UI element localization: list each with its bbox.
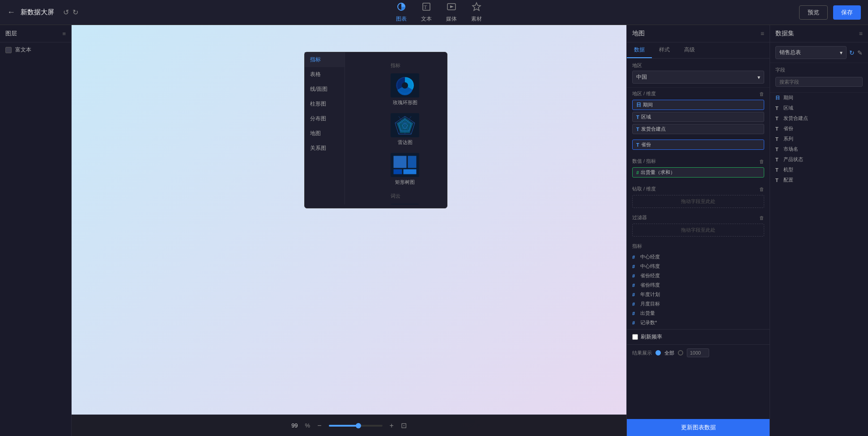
layers-header: 图层 ≡ bbox=[0, 25, 71, 42]
cat-map[interactable]: 地图 bbox=[305, 126, 345, 141]
preview-button[interactable]: 预览 bbox=[799, 5, 828, 20]
undo-button[interactable]: ↺ bbox=[63, 8, 69, 17]
tab-data[interactable]: 数据 bbox=[627, 42, 652, 58]
province-field[interactable]: T 省份 bbox=[632, 140, 764, 150]
indicator-prov-lat: # 省份纬度 bbox=[632, 280, 764, 290]
layers-menu-icon[interactable]: ≡ bbox=[62, 30, 66, 37]
field-config-label: 配置 bbox=[783, 177, 793, 183]
field-province[interactable]: T 省份 bbox=[770, 123, 868, 134]
chart-grid-area: 指标 bbox=[385, 52, 447, 204]
chart-treemap-thumb bbox=[391, 153, 419, 177]
cat-relation[interactable]: 关系图 bbox=[305, 141, 345, 156]
cat-linechart[interactable]: 线/面图 bbox=[305, 82, 345, 97]
all-label: 全部 bbox=[664, 350, 674, 356]
topbar-left: ← 新数据大屏 ↺ ↻ bbox=[7, 8, 78, 17]
field-market[interactable]: T 市场名 bbox=[770, 144, 868, 154]
undo-redo-group: ↺ ↻ bbox=[63, 8, 78, 17]
dataset-dropdown-icon: ▾ bbox=[840, 50, 842, 56]
field-t-4: T bbox=[775, 136, 781, 142]
back-button[interactable]: ← bbox=[7, 8, 15, 17]
ind-hash-7: # bbox=[632, 311, 638, 316]
zoom-slider[interactable] bbox=[329, 425, 383, 427]
cat-bar[interactable]: 柱形图 bbox=[305, 97, 345, 111]
tab-advanced[interactable]: 高级 bbox=[677, 42, 702, 58]
nav-media-label: 媒体 bbox=[446, 15, 457, 23]
chart-rose[interactable]: 玫瑰环形图 bbox=[389, 72, 421, 108]
field-t-2: T bbox=[775, 116, 781, 121]
area-text: 区域 bbox=[641, 114, 651, 120]
region-select[interactable]: 中国 ▾ bbox=[632, 71, 764, 84]
field-product-status[interactable]: T 产品状态 bbox=[770, 154, 868, 165]
filter-delete-icon[interactable]: 🗑 bbox=[759, 215, 764, 220]
chart-treemap[interactable]: 矩形树图 bbox=[389, 151, 421, 187]
main-layout: 图层 ≡ 富文本 指标 表格 线/面图 柱形图 分布图 地图 关系图 bbox=[0, 25, 868, 436]
drill-label: 钻取 / 维度 bbox=[632, 186, 656, 192]
chart-radar[interactable]: 雷达图 bbox=[389, 111, 421, 148]
cat-table[interactable]: 表格 bbox=[305, 67, 345, 82]
chart-wordcloud[interactable]: DEFGHI ABC MNOPQR 词云 bbox=[389, 202, 421, 204]
zoom-out-button[interactable]: − bbox=[317, 422, 321, 430]
nav-chart[interactable]: 图表 bbox=[396, 2, 407, 23]
update-chart-button[interactable]: 更新图表数据 bbox=[627, 419, 770, 436]
refresh-dataset-icon[interactable]: ↻ bbox=[849, 49, 855, 56]
canvas-area[interactable]: 指标 表格 线/面图 柱形图 分布图 地图 关系图 指标 bbox=[72, 25, 626, 436]
field-config[interactable]: T 配置 bbox=[770, 175, 868, 185]
layer-item-richtext[interactable]: 富文本 bbox=[0, 42, 71, 57]
measure-delete-icon[interactable]: 🗑 bbox=[759, 159, 764, 164]
ind-hash-5: # bbox=[632, 292, 638, 297]
fit-screen-icon[interactable]: ⊡ bbox=[401, 421, 407, 430]
field-model-label: 机型 bbox=[783, 166, 793, 173]
result-count-input[interactable] bbox=[687, 348, 709, 357]
refresh-row: 刷新频率 bbox=[627, 329, 770, 344]
field-period[interactable]: 日 期间 bbox=[770, 93, 868, 103]
cat-indicator[interactable]: 指标 bbox=[305, 52, 345, 67]
nav-media[interactable]: 媒体 bbox=[446, 2, 457, 23]
radio-count[interactable] bbox=[678, 350, 683, 356]
field-series-label: 系列 bbox=[783, 135, 793, 142]
drill-delete-icon[interactable]: 🗑 bbox=[759, 186, 764, 192]
dimension-delete-icon[interactable]: 🗑 bbox=[759, 91, 764, 97]
dimension-field-delivery[interactable]: T 发货合建点 bbox=[632, 124, 764, 134]
map-menu-icon[interactable]: ≡ bbox=[761, 30, 764, 37]
field-date-icon: 日 bbox=[775, 95, 781, 101]
map-tabs: 数据 样式 高级 bbox=[627, 42, 770, 59]
filter-label: 过滤器 bbox=[632, 214, 647, 221]
data-panel-menu-icon[interactable]: ≡ bbox=[859, 30, 863, 37]
field-region-label: 区域 bbox=[783, 105, 793, 111]
field-region[interactable]: T 区域 bbox=[770, 103, 868, 113]
region-label: 地区 bbox=[632, 62, 764, 69]
dimension-field-area[interactable]: T 区域 bbox=[632, 112, 764, 122]
tab-style[interactable]: 样式 bbox=[652, 42, 677, 58]
field-series[interactable]: T 系列 bbox=[770, 134, 868, 144]
save-button[interactable]: 保存 bbox=[833, 5, 861, 20]
edit-dataset-icon[interactable]: ✎ bbox=[857, 49, 863, 56]
topbar-right: 预览 保存 bbox=[799, 5, 861, 20]
chart-nav-icon bbox=[396, 2, 406, 14]
dimension-field-date[interactable]: 日 期间 bbox=[632, 100, 764, 110]
refresh-checkbox[interactable] bbox=[632, 334, 638, 340]
ind-label-8: 记录数* bbox=[640, 319, 657, 326]
indicator-monthly-target: # 月度目标 bbox=[632, 299, 764, 309]
search-field-input[interactable] bbox=[775, 77, 863, 87]
layers-panel: 图层 ≡ 富文本 bbox=[0, 25, 72, 436]
text-nav-icon: T bbox=[421, 2, 431, 14]
measure-header-row: 数值 / 指标 🗑 bbox=[627, 155, 770, 167]
province-field-area: T 省份 bbox=[627, 140, 770, 155]
dataset-row: 销售总表 ▾ ↻ ✎ bbox=[770, 42, 868, 63]
field-model[interactable]: T 机型 bbox=[770, 165, 868, 175]
redo-button[interactable]: ↻ bbox=[72, 8, 78, 17]
nav-text[interactable]: T 文本 bbox=[421, 2, 432, 23]
radio-all-selected[interactable] bbox=[655, 350, 661, 356]
layer-item-label: 富文本 bbox=[15, 46, 31, 54]
dataset-select[interactable]: 销售总表 ▾ bbox=[775, 46, 847, 59]
ind-label-1: 中心经度 bbox=[640, 254, 660, 260]
chart-grid-wordcloud: DEFGHI ABC MNOPQR 词云 bbox=[389, 202, 443, 204]
measure-field-shipment[interactable]: # 出货量（求和） bbox=[632, 167, 764, 178]
region-section: 地区 中国 ▾ bbox=[627, 59, 770, 88]
map-title: 地图 bbox=[632, 30, 645, 38]
zoom-in-button[interactable]: + bbox=[390, 422, 394, 430]
field-delivery[interactable]: T 发货合建点 bbox=[770, 113, 868, 123]
drill-placeholder: 拖动字段至此处 bbox=[632, 195, 764, 208]
nav-material[interactable]: 素材 bbox=[471, 2, 482, 23]
cat-dist[interactable]: 分布图 bbox=[305, 111, 345, 126]
